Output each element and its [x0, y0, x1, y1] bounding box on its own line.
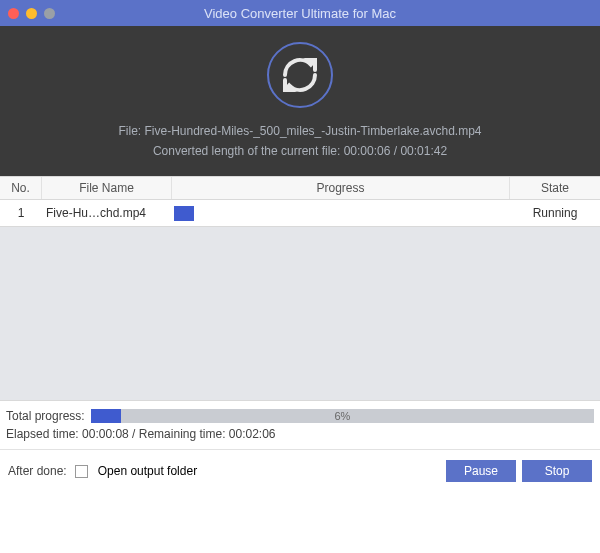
total-progress-bar: 6%	[91, 409, 594, 423]
titlebar: Video Converter Ultimate for Mac	[0, 0, 600, 26]
row-filename: Five-Hu…chd.mp4	[42, 206, 172, 220]
file-prefix: File:	[118, 124, 144, 138]
col-header-state: State	[510, 177, 600, 199]
remaining-label: Remaining time:	[139, 427, 229, 441]
close-icon[interactable]	[8, 8, 19, 19]
total-progress-fill	[91, 409, 121, 423]
file-name: Five-Hundred-Miles-_500_miles_-Justin-Ti…	[145, 124, 482, 138]
after-done-label: After done:	[8, 464, 67, 478]
window-controls	[8, 8, 55, 19]
stop-button[interactable]: Stop	[522, 460, 592, 482]
window-title: Video Converter Ultimate for Mac	[204, 6, 396, 21]
bottom-bar: After done: Open output folder Pause Sto…	[0, 450, 600, 492]
conversion-header: File: Five-Hundred-Miles-_500_miles_-Jus…	[0, 26, 600, 176]
time-sep: /	[129, 427, 139, 441]
converted-sep: /	[390, 144, 400, 158]
row-state: Running	[510, 206, 600, 220]
elapsed-label: Elapsed time:	[6, 427, 82, 441]
converted-current: 00:00:06	[344, 144, 391, 158]
col-header-filename: File Name	[42, 177, 172, 199]
col-header-no: No.	[0, 177, 42, 199]
maximize-icon	[44, 8, 55, 19]
remaining-value: 00:02:06	[229, 427, 276, 441]
time-line: Elapsed time: 00:00:08 / Remaining time:…	[0, 427, 600, 450]
open-output-label: Open output folder	[98, 464, 197, 478]
row-no: 1	[0, 206, 42, 220]
pause-button[interactable]: Pause	[446, 460, 516, 482]
converted-length-line: Converted length of the current file: 00…	[0, 144, 600, 158]
converted-total: 00:01:42	[400, 144, 447, 158]
table-header: No. File Name Progress State	[0, 176, 600, 200]
col-header-progress: Progress	[172, 177, 510, 199]
row-progress-bar	[174, 206, 194, 221]
elapsed-value: 00:00:08	[82, 427, 129, 441]
minimize-icon[interactable]	[26, 8, 37, 19]
current-file-line: File: Five-Hundred-Miles-_500_miles_-Jus…	[0, 124, 600, 138]
total-progress-label: Total progress:	[6, 409, 85, 423]
total-progress-row: Total progress: 6%	[0, 400, 600, 427]
open-output-checkbox[interactable]	[75, 465, 88, 478]
total-progress-pct: 6%	[334, 410, 350, 422]
converting-icon	[267, 42, 333, 108]
empty-list-area	[0, 226, 600, 400]
converted-prefix: Converted length of the current file:	[153, 144, 344, 158]
table-row[interactable]: 1 Five-Hu…chd.mp4 Running	[0, 200, 600, 226]
row-progress-cell	[172, 206, 510, 221]
